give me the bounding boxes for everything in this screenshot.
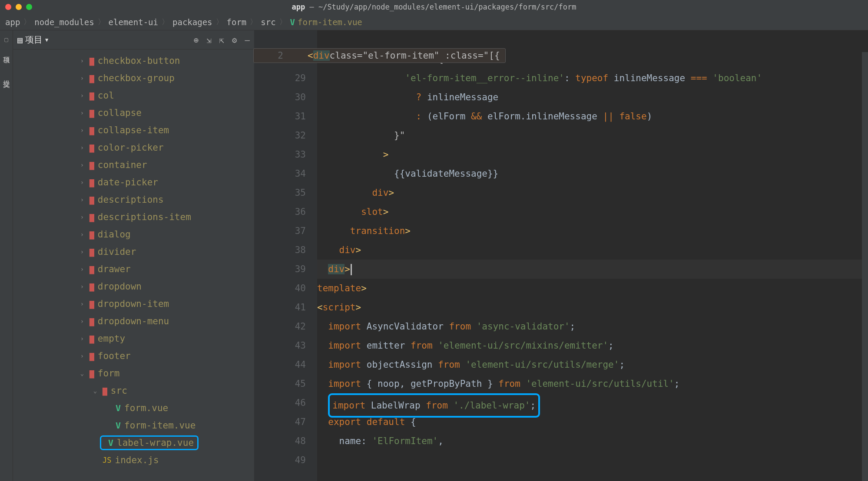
tree-item-index.js[interactable]: JSindex.js	[13, 451, 254, 469]
tree-item-collapse[interactable]: ›▇collapse	[13, 104, 254, 122]
breadcrumb-file[interactable]: form-item.vue	[298, 17, 362, 27]
code-line[interactable]: import emitter from 'element-ui/src/mixi…	[317, 336, 868, 355]
code-line[interactable]: slot>	[317, 202, 868, 221]
tree-item-dialog[interactable]: ›▇dialog	[13, 226, 254, 243]
breadcrumb-item[interactable]: node_modules	[34, 17, 94, 27]
tree-item-col[interactable]: ›▇col	[13, 87, 254, 104]
expand-arrow-icon[interactable]: ›	[78, 75, 86, 82]
tree-item-form.vue[interactable]: Vform.vue	[13, 399, 254, 417]
collapse-icon[interactable]: ⇱	[219, 35, 224, 45]
tool-window-icon[interactable]: ▢	[4, 36, 8, 43]
tree-item-checkbox-group[interactable]: ›▇checkbox-group	[13, 69, 254, 87]
tree-item-footer[interactable]: ›▇footer	[13, 347, 254, 365]
line-number[interactable]: 36	[254, 202, 306, 221]
hide-icon[interactable]: —	[245, 35, 250, 45]
line-number[interactable]: 48	[254, 432, 306, 451]
target-icon[interactable]: ⊕	[194, 35, 199, 45]
breadcrumb-item[interactable]: src	[261, 17, 275, 27]
code-line[interactable]: transition>	[317, 221, 868, 240]
tree-item-collapse-item[interactable]: ›▇collapse-item	[13, 122, 254, 139]
expand-arrow-icon[interactable]: ›	[78, 335, 86, 342]
sticky-scroll-line[interactable]: 2 <div class="el-form-item" :class="[{	[253, 48, 506, 63]
expand-arrow-icon[interactable]: ›	[78, 231, 86, 238]
code-line[interactable]: div>	[317, 240, 868, 260]
line-number[interactable]: 34	[254, 164, 306, 183]
tree-item-label-wrap.vue[interactable]: Vlabel-wrap.vue	[13, 434, 254, 451]
minimize-window-button[interactable]	[16, 4, 22, 10]
tree-item-drawer[interactable]: ›▇drawer	[13, 260, 254, 278]
tree-item-date-picker[interactable]: ›▇date-picker	[13, 174, 254, 191]
expand-arrow-icon[interactable]: ›	[78, 318, 86, 325]
expand-arrow-icon[interactable]: ›	[78, 196, 86, 203]
line-number[interactable]: 31	[254, 107, 306, 126]
code-line[interactable]: import objectAssign from 'element-ui/src…	[317, 355, 868, 374]
line-number-gutter[interactable]: 2829303132333435363738394041424344454647…	[254, 30, 317, 481]
tree-item-dropdown-item[interactable]: ›▇dropdown-item	[13, 295, 254, 313]
tree-item-src[interactable]: ⌄▇src	[13, 382, 254, 399]
line-number[interactable]: 32	[254, 126, 306, 145]
line-number[interactable]: 47	[254, 412, 306, 432]
line-number[interactable]: 37	[254, 221, 306, 240]
code-content[interactable]: :class="{ 'el-form-item__error--inline':…	[317, 30, 868, 481]
line-number[interactable]: 35	[254, 183, 306, 202]
line-number[interactable]: 39	[254, 260, 306, 279]
file-tree[interactable]: ›▇checkbox-button›▇checkbox-group›▇col›▇…	[13, 49, 254, 481]
code-line[interactable]: : (elForm && elForm.inlineMessage || fal…	[317, 107, 868, 126]
expand-arrow-icon[interactable]: ›	[78, 127, 86, 134]
expand-arrow-icon[interactable]: ›	[78, 161, 86, 168]
tree-item-checkbox-button[interactable]: ›▇checkbox-button	[13, 52, 254, 69]
gear-icon[interactable]: ⚙	[232, 35, 237, 45]
expand-icon[interactable]: ⇲	[206, 35, 211, 45]
expand-arrow-icon[interactable]: ⌄	[78, 370, 86, 377]
code-line[interactable]: div>	[317, 183, 868, 202]
breadcrumb-item[interactable]: packages	[172, 17, 212, 27]
breadcrumb-item[interactable]: form	[227, 17, 247, 27]
tree-item-form-item.vue[interactable]: Vform-item.vue	[13, 417, 254, 434]
tree-item-descriptions[interactable]: ›▇descriptions	[13, 191, 254, 208]
breadcrumb-item[interactable]: app	[5, 17, 20, 27]
line-number[interactable]: 38	[254, 240, 306, 260]
code-line[interactable]: }"	[317, 126, 868, 145]
expand-arrow-icon[interactable]: ›	[78, 109, 86, 116]
code-line[interactable]: import LabelWrap from './label-wrap';	[317, 393, 868, 412]
line-number[interactable]: 45	[254, 374, 306, 393]
code-line[interactable]: {{validateMessage}}	[317, 164, 868, 183]
expand-arrow-icon[interactable]: ›	[78, 214, 86, 221]
code-line[interactable]: <script>	[317, 298, 868, 317]
line-number[interactable]: 44	[254, 355, 306, 374]
expand-arrow-icon[interactable]: ⌄	[91, 387, 99, 394]
project-view-selector[interactable]: ▤ 项目 ▼	[17, 34, 48, 46]
code-line[interactable]	[317, 451, 868, 470]
expand-arrow-icon[interactable]: ›	[78, 353, 86, 359]
tree-item-color-picker[interactable]: ›▇color-picker	[13, 139, 254, 156]
code-line[interactable]: import AsyncValidator from 'async-valida…	[317, 317, 868, 336]
commit-icon[interactable]: ◦	[2, 59, 10, 67]
code-line[interactable]: template>	[317, 279, 868, 298]
line-number[interactable]: 30	[254, 88, 306, 107]
line-number[interactable]: 42	[254, 317, 306, 336]
expand-arrow-icon[interactable]: ›	[78, 144, 86, 151]
tree-item-dropdown-menu[interactable]: ›▇dropdown-menu	[13, 313, 254, 330]
line-number[interactable]: 46	[254, 393, 306, 412]
line-number[interactable]: 41	[254, 298, 306, 317]
expand-arrow-icon[interactable]: ›	[78, 300, 86, 307]
expand-arrow-icon[interactable]: ›	[78, 57, 86, 64]
code-line[interactable]: >	[317, 145, 868, 164]
expand-arrow-icon[interactable]: ›	[78, 92, 86, 99]
breadcrumb-item[interactable]: element-ui	[109, 17, 158, 27]
line-number[interactable]: 29	[254, 69, 306, 88]
line-number[interactable]: 49	[254, 451, 306, 470]
code-line[interactable]: import { noop, getPropByPath } from 'ele…	[317, 374, 868, 393]
expand-arrow-icon[interactable]: ›	[78, 179, 86, 186]
code-line[interactable]: ? inlineMessage	[317, 88, 868, 107]
code-editor[interactable]: 2829303132333435363738394041424344454647…	[254, 30, 868, 481]
expand-arrow-icon[interactable]: ›	[78, 266, 86, 273]
tree-item-container[interactable]: ›▇container	[13, 156, 254, 174]
line-number[interactable]: 43	[254, 336, 306, 355]
tree-item-dropdown[interactable]: ›▇dropdown	[13, 278, 254, 295]
code-line[interactable]: name: 'ElFormItem',	[317, 432, 868, 451]
line-number[interactable]: 33	[254, 145, 306, 164]
expand-arrow-icon[interactable]: ›	[78, 248, 86, 255]
tree-item-empty[interactable]: ›▇empty	[13, 330, 254, 347]
line-number[interactable]: 40	[254, 279, 306, 298]
